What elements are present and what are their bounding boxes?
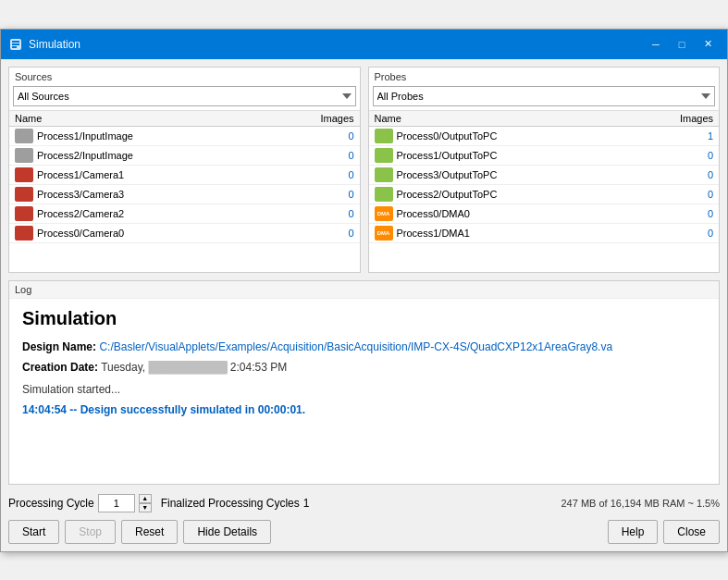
sources-name-header: Name xyxy=(9,111,270,127)
source-icon xyxy=(15,187,33,202)
probe-icon xyxy=(375,129,393,143)
table-row[interactable]: Process2/InputImage 0 xyxy=(9,145,360,165)
source-name-cell: Process1/InputImage xyxy=(9,126,270,145)
source-images: 0 xyxy=(270,165,360,184)
probe-name-cell: Process0/OutputToPC xyxy=(369,126,632,145)
probe-images: 0 xyxy=(632,223,719,242)
probe-icon xyxy=(375,148,393,163)
probes-table: Name Images Process0/OutputToPC 1 xyxy=(369,111,720,243)
probe-name: Process0/DMA0 xyxy=(397,208,470,219)
maximize-button[interactable]: □ xyxy=(670,35,694,54)
source-name-cell: Process2/InputImage xyxy=(9,145,270,165)
processing-cycle-input[interactable] xyxy=(98,494,135,512)
simulation-window: Simulation ─ □ ✕ Sources All Sources xyxy=(0,29,728,552)
sources-table: Name Images Process1/InputImage 0 xyxy=(9,111,360,243)
probe-name-cell: DMA Process0/DMA0 xyxy=(369,204,632,223)
source-name-cell: Process0/Camera0 xyxy=(9,223,270,242)
hide-details-button[interactable]: Hide Details xyxy=(183,520,271,544)
source-name-cell: Process2/Camera2 xyxy=(9,204,270,223)
probe-name-cell: Process1/OutputToPC xyxy=(369,145,632,165)
probe-icon: DMA xyxy=(375,206,393,221)
probes-table-container[interactable]: Name Images Process0/OutputToPC 1 xyxy=(369,110,720,272)
probe-icon xyxy=(375,187,393,202)
sources-label: Sources xyxy=(9,68,360,86)
source-icon xyxy=(15,167,33,182)
probe-images: 0 xyxy=(632,145,719,165)
svg-rect-1 xyxy=(12,41,19,43)
table-row[interactable]: Process0/OutputToPC 1 xyxy=(369,126,720,145)
log-title: Simulation xyxy=(22,308,706,329)
status-bar: Processing Cycle ▲ ▼ Finalized Processin… xyxy=(8,492,720,514)
probe-name: Process1/DMA1 xyxy=(397,228,470,239)
creation-date-redacted: ██████████ xyxy=(149,361,228,374)
log-section: Log Simulation Design Name: C:/Basler/Vi… xyxy=(8,280,720,485)
log-success-text: 14:04:54 -- Design successfully simulate… xyxy=(22,403,706,416)
table-row[interactable]: DMA Process0/DMA0 0 xyxy=(369,204,720,223)
svg-rect-3 xyxy=(12,46,17,48)
log-started-text: Simulation started... xyxy=(22,383,706,396)
log-creation-date: Creation Date: Tuesday, ██████████ 2:04:… xyxy=(22,359,706,376)
spinner-controls: ▲ ▼ xyxy=(139,494,152,512)
button-row: Start Stop Reset Hide Details Help Close xyxy=(8,520,720,544)
source-images: 0 xyxy=(270,126,360,145)
table-row[interactable]: Process2/OutputToPC 0 xyxy=(369,184,720,204)
creation-date-label: Creation Date: xyxy=(22,361,98,374)
source-name: Process0/Camera0 xyxy=(37,228,124,239)
help-button[interactable]: Help xyxy=(608,520,659,544)
table-row[interactable]: Process0/Camera0 0 xyxy=(9,223,360,242)
creation-date-time: 2:04:53 PM xyxy=(228,361,288,374)
probe-images: 0 xyxy=(632,165,719,184)
processing-cycle-container: Processing Cycle ▲ ▼ xyxy=(8,494,152,512)
probes-images-header: Images xyxy=(632,111,719,127)
table-row[interactable]: Process1/Camera1 0 xyxy=(9,165,360,184)
finalized-value: 1 xyxy=(303,497,310,510)
source-images: 0 xyxy=(270,223,360,242)
probe-images: 1 xyxy=(632,126,719,145)
probe-name: Process2/OutputToPC xyxy=(397,189,498,200)
log-label: Log xyxy=(9,281,719,299)
probes-label: Probes xyxy=(369,68,720,86)
source-images: 0 xyxy=(270,145,360,165)
log-content[interactable]: Simulation Design Name: C:/Basler/Visual… xyxy=(9,299,719,484)
source-images: 0 xyxy=(270,184,360,204)
source-images: 0 xyxy=(270,204,360,223)
table-row[interactable]: Process1/OutputToPC 0 xyxy=(369,145,720,165)
close-window-button[interactable]: ✕ xyxy=(696,35,720,54)
source-name: Process2/Camera2 xyxy=(37,208,124,219)
probes-dropdown[interactable]: All Probes xyxy=(373,86,716,106)
spin-up-button[interactable]: ▲ xyxy=(139,494,152,503)
probe-name: Process1/OutputToPC xyxy=(397,150,498,161)
probe-name: Process3/OutputToPC xyxy=(397,169,498,180)
creation-date-day: Tuesday, xyxy=(101,361,148,374)
probe-name: Process0/OutputToPC xyxy=(397,130,498,142)
source-icon xyxy=(15,148,33,163)
probes-panel: Probes All Probes Name Images xyxy=(368,67,721,273)
panels-container: Sources All Sources Name Images xyxy=(8,67,720,273)
table-row[interactable]: Process2/Camera2 0 xyxy=(9,204,360,223)
sources-dropdown[interactable]: All Sources xyxy=(13,86,356,106)
finalized-label: Finalized Processing Cycles xyxy=(161,497,300,510)
table-row[interactable]: Process3/OutputToPC 0 xyxy=(369,165,720,184)
table-row[interactable]: Process1/InputImage 0 xyxy=(9,126,360,145)
sources-table-container[interactable]: Name Images Process1/InputImage 0 xyxy=(9,110,360,272)
source-name-cell: Process1/Camera1 xyxy=(9,165,270,184)
sources-panel: Sources All Sources Name Images xyxy=(8,67,361,273)
source-name: Process1/Camera1 xyxy=(37,169,124,180)
probe-name-cell: Process2/OutputToPC xyxy=(369,184,632,204)
table-row[interactable]: DMA Process1/DMA1 0 xyxy=(369,223,720,242)
spin-down-button[interactable]: ▼ xyxy=(139,503,152,512)
finalized-container: Finalized Processing Cycles 1 xyxy=(161,497,310,510)
source-icon xyxy=(15,129,33,143)
probe-name-cell: Process3/OutputToPC xyxy=(369,165,632,184)
reset-button[interactable]: Reset xyxy=(121,520,178,544)
start-button[interactable]: Start xyxy=(8,520,59,544)
probe-icon xyxy=(375,167,393,182)
minimize-button[interactable]: ─ xyxy=(644,35,668,54)
processing-cycle-label: Processing Cycle xyxy=(8,497,94,510)
memory-status: 247 MB of 16,194 MB RAM ~ 1.5% xyxy=(561,498,720,509)
window-title: Simulation xyxy=(29,38,80,51)
table-row[interactable]: Process3/Camera3 0 xyxy=(9,184,360,204)
close-button[interactable]: Close xyxy=(663,520,720,544)
stop-button[interactable]: Stop xyxy=(65,520,116,544)
probe-images: 0 xyxy=(632,204,719,223)
